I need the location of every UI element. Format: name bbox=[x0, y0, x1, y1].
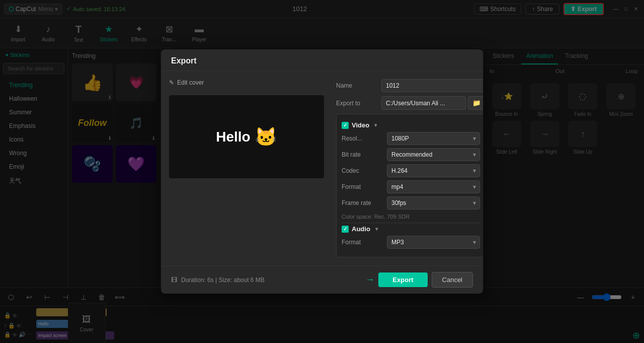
setting-name: Name bbox=[336, 79, 483, 92]
video-collapse-icon[interactable]: ▾ bbox=[374, 122, 377, 128]
edit-cover-button[interactable]: ✎ Edit cover bbox=[169, 79, 324, 86]
bitrate-select[interactable]: LowRecommendedHigh bbox=[387, 148, 480, 161]
cat-emoji: 🐱 bbox=[255, 126, 277, 148]
modal-title: Export bbox=[161, 49, 483, 71]
preview-hello-text: Hello 🐱 bbox=[216, 126, 277, 148]
settings-scroll-section: ✓ Video ▾ Resol... 360P480P720P 1080P2K4… bbox=[336, 114, 483, 257]
video-section-header: ✓ Video ▾ bbox=[342, 121, 480, 129]
preview-canvas: Hello 🐱 bbox=[169, 95, 324, 178]
setting-bitrate: Bit rate LowRecommendedHigh bbox=[342, 148, 480, 161]
modal-overlay: Export ✎ Edit cover Hello 🐱 bbox=[0, 0, 644, 343]
footer-buttons: → Export Cancel bbox=[365, 272, 473, 288]
audio-collapse-icon[interactable]: ▾ bbox=[375, 226, 378, 232]
resolution-select[interactable]: 360P480P720P 1080P2K4K bbox=[387, 132, 480, 145]
format-select-wrap: mp4movavi bbox=[387, 180, 480, 193]
color-space-text: Color space: Rec. 709 SDR bbox=[342, 213, 480, 221]
browse-folder-button[interactable]: 📁 bbox=[468, 96, 483, 110]
framerate-select[interactable]: 24fps25fps30fps 50fps60fps bbox=[387, 196, 480, 210]
format-select[interactable]: mp4movavi bbox=[387, 180, 480, 193]
modal-footer: 🎞 Duration: 6s | Size: about 6 MB → Expo… bbox=[161, 265, 483, 294]
modal-settings-section: Name Export to 📁 ✓ Video bbox=[332, 71, 483, 265]
resolution-select-wrap: 360P480P720P 1080P2K4K bbox=[387, 132, 480, 145]
name-input[interactable] bbox=[381, 79, 483, 92]
audio-format-select-wrap: MP3AACWAV bbox=[387, 236, 480, 249]
film-icon: 🎞 bbox=[171, 277, 177, 284]
footer-duration-info: 🎞 Duration: 6s | Size: about 6 MB bbox=[171, 277, 265, 284]
setting-audio-format: Format MP3AACWAV bbox=[342, 236, 480, 249]
modal-preview-section: ✎ Edit cover Hello 🐱 bbox=[161, 71, 332, 265]
export-modal-button[interactable]: Export bbox=[378, 272, 427, 287]
pencil-icon: ✎ bbox=[169, 79, 174, 86]
export-modal: Export ✎ Edit cover Hello 🐱 bbox=[161, 49, 483, 294]
cancel-modal-button[interactable]: Cancel bbox=[432, 272, 473, 288]
setting-codec: Codec H.264H.265ProRes bbox=[342, 164, 480, 177]
modal-body: ✎ Edit cover Hello 🐱 Name bbox=[161, 71, 483, 265]
setting-framerate: Frame rate 24fps25fps30fps 50fps60fps bbox=[342, 196, 480, 210]
setting-format: Format mp4movavi bbox=[342, 180, 480, 193]
audio-check[interactable]: ✓ bbox=[342, 226, 349, 233]
arrow-right-icon: → bbox=[365, 275, 374, 285]
video-check[interactable]: ✓ bbox=[342, 122, 349, 129]
codec-select[interactable]: H.264H.265ProRes bbox=[387, 164, 480, 177]
framerate-select-wrap: 24fps25fps30fps 50fps60fps bbox=[387, 196, 480, 210]
audio-format-select[interactable]: MP3AACWAV bbox=[387, 236, 480, 249]
audio-section-header: ✓ Audio ▾ bbox=[342, 225, 480, 233]
codec-select-wrap: H.264H.265ProRes bbox=[387, 164, 480, 177]
bitrate-select-wrap: LowRecommendedHigh bbox=[387, 148, 480, 161]
setting-resolution: Resol... 360P480P720P 1080P2K4K bbox=[342, 132, 480, 145]
export-path-input[interactable] bbox=[381, 96, 466, 110]
setting-export-to: Export to 📁 bbox=[336, 96, 483, 110]
